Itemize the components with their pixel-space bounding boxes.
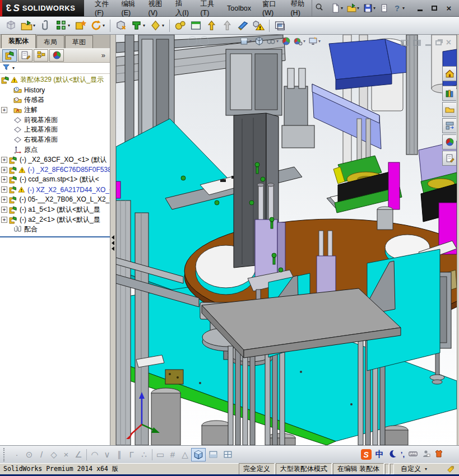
custom-menu[interactable]: 自定义 ▾ xyxy=(395,464,433,474)
expand-toggle[interactable]: + xyxy=(1,176,7,183)
ime-sogou-logo[interactable]: S xyxy=(361,449,372,460)
show-hidden-components-button[interactable] xyxy=(113,18,128,33)
expand-toggle[interactable]: + xyxy=(1,197,7,203)
expand-toggle[interactable]: + xyxy=(1,207,7,213)
tree-item[interactable]: +(-) XZ_X2_6A217D44_XO_< xyxy=(0,185,110,195)
tag-icon[interactable] xyxy=(447,465,455,473)
grid-tool[interactable]: # xyxy=(166,450,179,459)
linear-component-pattern-button[interactable]: ▾ xyxy=(54,18,72,33)
tree-item[interactable]: +(-) _X2_63CF_XO_<1> (默认 xyxy=(0,155,110,165)
corner-rectangle-tool[interactable]: Γ xyxy=(126,450,138,459)
bill-of-materials-button[interactable] xyxy=(188,18,203,33)
expand-toggle[interactable]: + xyxy=(1,217,7,223)
tree-item[interactable]: History xyxy=(0,85,110,95)
circle-tool[interactable]: ⊙ xyxy=(23,450,35,460)
menu-6[interactable]: Toolbox xyxy=(222,3,256,14)
angle-tool[interactable]: ∠ xyxy=(72,450,85,460)
view-settings-button[interactable]: ▾ xyxy=(308,36,321,46)
open-document-button[interactable]: ▾ xyxy=(346,2,361,14)
exploded-view-button[interactable] xyxy=(204,18,219,33)
toolbar-drag-handle[interactable] xyxy=(3,448,6,461)
tree-item[interactable]: +(-) a2_2<1> (默认<默认_显 xyxy=(0,214,110,225)
display-manager-tab[interactable] xyxy=(49,49,64,62)
task-pane-file-explorer-tab[interactable] xyxy=(442,102,456,117)
view-orientation-cube-button[interactable] xyxy=(254,36,264,46)
polygon-tool[interactable]: ◇ xyxy=(48,450,60,460)
smart-fasteners-button[interactable] xyxy=(73,18,88,33)
display-style-box-button[interactable]: ▾ xyxy=(239,36,252,46)
menu-2[interactable]: 编辑(E) xyxy=(117,0,142,18)
property-manager-tab[interactable] xyxy=(18,49,33,62)
save-document-button[interactable]: ▾ xyxy=(362,2,377,14)
new-document-button[interactable]: ▾ xyxy=(330,2,345,14)
help-button[interactable]: ?▾ xyxy=(391,2,406,14)
open-part-button[interactable]: ▾ xyxy=(19,18,38,33)
expand-toggle[interactable]: + xyxy=(1,107,7,113)
tree-item[interactable]: +(-) ccd_asm.stp<1> (默认< xyxy=(0,175,110,185)
preview-window-button[interactable] xyxy=(272,18,288,33)
ime-chinese-mode[interactable]: 中 xyxy=(375,449,384,460)
new-motion-study-button[interactable] xyxy=(173,18,188,33)
ime-moon[interactable] xyxy=(388,449,397,460)
minimize-button[interactable] xyxy=(414,4,425,13)
single-view-tool[interactable] xyxy=(206,448,220,461)
explode-line-sketch-button[interactable] xyxy=(220,18,235,33)
ime-user[interactable] xyxy=(421,449,430,460)
panel-tab-2[interactable]: 布局 xyxy=(36,35,64,48)
panel-divider[interactable] xyxy=(0,236,110,237)
filter-icon[interactable] xyxy=(2,63,10,73)
task-pane-home-tab[interactable] xyxy=(442,66,456,81)
triangle-tool[interactable]: △ xyxy=(179,450,191,460)
file-properties-button[interactable] xyxy=(378,2,390,14)
line-tool[interactable]: / xyxy=(35,450,48,459)
tree-item[interactable]: 前视基准面 xyxy=(0,115,110,125)
ruler-tool[interactable]: ▭ xyxy=(154,450,166,460)
shaded-cube-tool[interactable] xyxy=(191,448,206,461)
doc-minimize-icon[interactable] xyxy=(425,44,431,46)
menu-5[interactable]: 工具(T) xyxy=(195,0,221,18)
graphics-viewport[interactable]: ▾▾▾▾ × xyxy=(116,35,457,445)
tree-item[interactable]: +(-) 05-__X2_7B06_XO_L_X2_5 xyxy=(0,195,110,205)
task-pane-view-palette-tab[interactable] xyxy=(442,118,456,133)
feature-manager-tab[interactable] xyxy=(2,49,17,62)
filter-caret[interactable]: ▾ xyxy=(12,66,15,71)
tree-item[interactable]: 右视基准面 xyxy=(0,135,110,145)
task-pane-design-library-tab[interactable] xyxy=(442,86,456,101)
spline-tool[interactable]: ∴ xyxy=(138,450,150,460)
collapse-arrow[interactable] xyxy=(112,241,114,245)
zoom-fit-icon[interactable] xyxy=(188,36,197,46)
zoom-area-icon[interactable] xyxy=(200,36,209,46)
ime-skin[interactable] xyxy=(434,449,443,460)
trim-tool[interactable]: × xyxy=(60,450,72,459)
large-assembly-warning-button[interactable] xyxy=(251,18,266,33)
arc-tool[interactable]: ◠ xyxy=(89,450,101,460)
expand-toggle[interactable]: + xyxy=(1,186,7,193)
reference-geometry-button[interactable]: ▾ xyxy=(148,18,166,33)
tree-item[interactable]: +A注解 xyxy=(0,105,110,115)
pane-right-icon[interactable] xyxy=(413,40,421,46)
expand-toggle[interactable]: + xyxy=(1,157,7,163)
insert-component-button[interactable] xyxy=(3,18,18,33)
menu-1[interactable]: 文件(F) xyxy=(90,0,115,18)
hide-show-items-button[interactable]: ▾ xyxy=(266,36,279,46)
tree-item[interactable]: 原点 xyxy=(0,145,110,155)
menu-3[interactable]: 视图(V) xyxy=(143,0,169,18)
close-button[interactable]: × xyxy=(443,4,455,13)
panel-tab-1[interactable]: 装配体 xyxy=(1,34,36,48)
ime-keyboard[interactable] xyxy=(409,449,418,460)
assembly-features-button[interactable]: ▾ xyxy=(129,18,147,33)
search-button[interactable] xyxy=(312,0,326,16)
pane-left-icon[interactable] xyxy=(401,40,409,46)
tree-item[interactable]: 装配体329 (默认<默认_显示 xyxy=(0,75,110,85)
mate-button[interactable] xyxy=(38,18,53,33)
tree-item[interactable]: 传感器 xyxy=(0,95,110,105)
parallel-tool[interactable]: ∥ xyxy=(113,450,126,460)
menu-7[interactable]: 窗口(W) xyxy=(257,0,284,18)
configuration-manager-tab[interactable] xyxy=(34,49,48,62)
doc-restore-icon[interactable] xyxy=(435,40,442,45)
menu-8[interactable]: 帮助(H) xyxy=(285,0,312,18)
panel-tab-3[interactable]: 草图 xyxy=(65,35,93,48)
panel-splitter[interactable] xyxy=(110,35,116,445)
doc-close-icon[interactable]: × xyxy=(446,38,451,48)
restore-button[interactable] xyxy=(429,4,440,13)
